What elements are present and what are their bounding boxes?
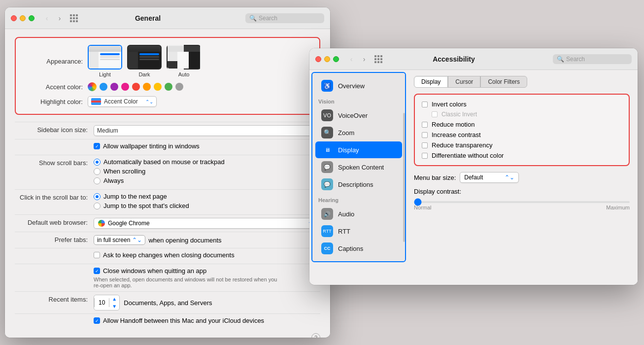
recent-items-stepper[interactable]: 10 ▲ ▼ xyxy=(94,295,120,310)
sidebar-item-overview[interactable]: ♿ Overview xyxy=(315,77,402,94)
theme-auto[interactable]: Auto xyxy=(167,45,201,77)
theme-light[interactable]: Light xyxy=(88,45,122,77)
highlight-dropdown[interactable]: Accent Color ⌃⌄ xyxy=(88,96,157,107)
scroll-always-option[interactable]: Always xyxy=(94,177,320,184)
accent-colors xyxy=(88,82,183,91)
maximize-button[interactable] xyxy=(29,15,34,21)
contrast-slider[interactable] xyxy=(414,201,630,203)
auto-thumbnail[interactable] xyxy=(167,45,201,69)
contrast-label-row: Display contrast: xyxy=(414,188,630,195)
accent-yellow[interactable] xyxy=(154,83,162,91)
close-windows-checkbox-row[interactable]: ✓ Close windows when quitting an app xyxy=(94,267,320,275)
tab-bar: Display Cursor Color Filters xyxy=(414,76,630,88)
sidebar-label-descriptions: Descriptions xyxy=(338,181,373,188)
accent-orange[interactable] xyxy=(143,83,151,91)
acc-search[interactable]: 🔍 xyxy=(553,54,632,64)
invert-colors-row[interactable]: Invert colors xyxy=(422,101,622,108)
sidebar-scroll-indicator xyxy=(403,113,405,242)
close-windows-checkbox[interactable]: ✓ xyxy=(94,268,100,274)
tab-color-filters[interactable]: Color Filters xyxy=(480,76,527,88)
contrast-slider-area: Normal Maximum xyxy=(414,197,630,210)
general-titlebar: ‹ › General 🔍 xyxy=(5,7,330,29)
tab-display[interactable]: Display xyxy=(414,76,448,88)
general-content: Appearance: xyxy=(5,29,330,338)
sidebar-item-captions[interactable]: CC Captions xyxy=(315,240,402,257)
reduce-motion-label: Reduce motion xyxy=(432,121,475,128)
ask-keep-checkbox[interactable] xyxy=(94,252,100,258)
accent-purple[interactable] xyxy=(110,83,118,91)
prefer-tabs-label: Prefer tabs: xyxy=(15,235,94,243)
close-button[interactable] xyxy=(11,15,17,21)
general-search-input[interactable] xyxy=(259,15,320,22)
sidebar-size-dropdown[interactable]: Medium ⌃⌄ xyxy=(94,125,320,136)
wallpaper-tinting-checkbox[interactable]: ✓ xyxy=(94,143,100,149)
increase-contrast-checkbox[interactable] xyxy=(422,132,428,138)
voiceover-icon: VO xyxy=(321,109,333,121)
accent-pink[interactable] xyxy=(121,83,129,91)
appearance-section: Appearance: xyxy=(15,37,320,115)
sidebar-item-spoken-content[interactable]: 💬 Spoken Content xyxy=(315,159,402,175)
jump-next-radio[interactable] xyxy=(94,193,101,200)
accent-multicolor[interactable] xyxy=(88,82,97,91)
hearing-section-label: Hearing xyxy=(312,193,405,205)
sidebar-item-descriptions[interactable]: 💬 Descriptions xyxy=(315,176,402,193)
ask-keep-checkbox-row[interactable]: Ask to keep changes when closing documen… xyxy=(94,251,320,259)
increase-contrast-row[interactable]: Increase contrast xyxy=(422,131,622,138)
dark-thumbnail[interactable] xyxy=(127,45,162,69)
prefer-tabs-dropdown[interactable]: in full screen ⌃⌄ xyxy=(94,235,145,245)
light-label: Light xyxy=(99,71,111,77)
wallpaper-tinting-checkbox-row[interactable]: ✓ Allow wallpaper tinting in windows xyxy=(94,142,320,150)
light-thumbnail[interactable] xyxy=(88,45,122,69)
handoff-checkbox-row[interactable]: ✓ Allow Handoff between this Mac and you… xyxy=(94,317,320,324)
back-button[interactable]: ‹ xyxy=(42,14,51,23)
general-search[interactable]: 🔍 xyxy=(245,13,324,23)
sidebar-item-display[interactable]: 🖥 Display xyxy=(315,141,402,158)
classic-invert-label: Classic Invert xyxy=(441,111,477,118)
accent-green[interactable] xyxy=(165,83,172,91)
minimize-button[interactable] xyxy=(20,15,26,21)
accent-red[interactable] xyxy=(132,83,140,91)
browser-value: Google Chrome xyxy=(108,220,150,227)
scroll-scrolling-option[interactable]: When scrolling xyxy=(94,168,320,175)
scroll-always-radio[interactable] xyxy=(94,177,101,184)
acc-back-button[interactable]: ‹ xyxy=(347,55,356,64)
sidebar-item-voiceover[interactable]: VO VoiceOver xyxy=(315,107,402,124)
acc-close-button[interactable] xyxy=(315,56,321,62)
diff-without-color-checkbox[interactable] xyxy=(422,153,428,159)
menu-bar-size-value: Default xyxy=(464,174,483,181)
scroll-bars-content: Automatically based on mouse or trackpad… xyxy=(94,158,320,186)
scroll-auto-radio[interactable] xyxy=(94,159,101,166)
jump-next-page-option[interactable]: Jump to the next page xyxy=(94,193,320,200)
tab-cursor[interactable]: Cursor xyxy=(448,76,480,88)
stepper-down[interactable]: ▼ xyxy=(109,303,119,310)
acc-maximize-button[interactable] xyxy=(333,56,339,62)
diff-without-color-row[interactable]: Differentiate without color xyxy=(422,152,622,159)
acc-search-input[interactable] xyxy=(566,56,628,63)
reduce-transparency-row[interactable]: Reduce transparency xyxy=(422,141,622,149)
recent-items-row: Recent items: 10 ▲ ▼ Documents, Apps, an… xyxy=(15,291,320,313)
classic-invert-checkbox[interactable] xyxy=(432,111,438,117)
jump-spot-option[interactable]: Jump to the spot that's clicked xyxy=(94,202,320,209)
default-browser-dropdown[interactable]: Google Chrome ⌃⌄ xyxy=(94,218,320,229)
acc-minimize-button[interactable] xyxy=(324,56,330,62)
classic-invert-row: Classic Invert xyxy=(432,111,622,118)
reduce-transparency-checkbox[interactable] xyxy=(422,142,428,148)
scroll-auto-option[interactable]: Automatically based on mouse or trackpad xyxy=(94,158,320,166)
jump-spot-radio[interactable] xyxy=(94,203,101,209)
menu-bar-size-dropdown[interactable]: Default ⌃⌄ xyxy=(460,172,519,183)
sidebar-item-rtt[interactable]: RTT RTT xyxy=(315,223,402,240)
default-browser-label: Default web browser: xyxy=(15,218,94,226)
accent-blue[interactable] xyxy=(100,83,107,91)
accent-graphite[interactable] xyxy=(175,83,183,91)
sidebar-item-zoom[interactable]: 🔍 Zoom xyxy=(315,124,402,141)
reduce-motion-row[interactable]: Reduce motion xyxy=(422,121,622,128)
sidebar-item-audio[interactable]: 🔊 Audio xyxy=(315,206,402,222)
descriptions-icon: 💬 xyxy=(321,178,333,190)
help-button[interactable]: ? xyxy=(311,333,320,338)
reduce-motion-checkbox[interactable] xyxy=(422,122,428,128)
invert-colors-checkbox[interactable] xyxy=(422,102,428,107)
handoff-checkbox[interactable]: ✓ xyxy=(94,317,100,324)
stepper-up[interactable]: ▲ xyxy=(109,295,119,303)
theme-dark[interactable]: Dark xyxy=(127,45,162,77)
scroll-scrolling-radio[interactable] xyxy=(94,168,101,175)
